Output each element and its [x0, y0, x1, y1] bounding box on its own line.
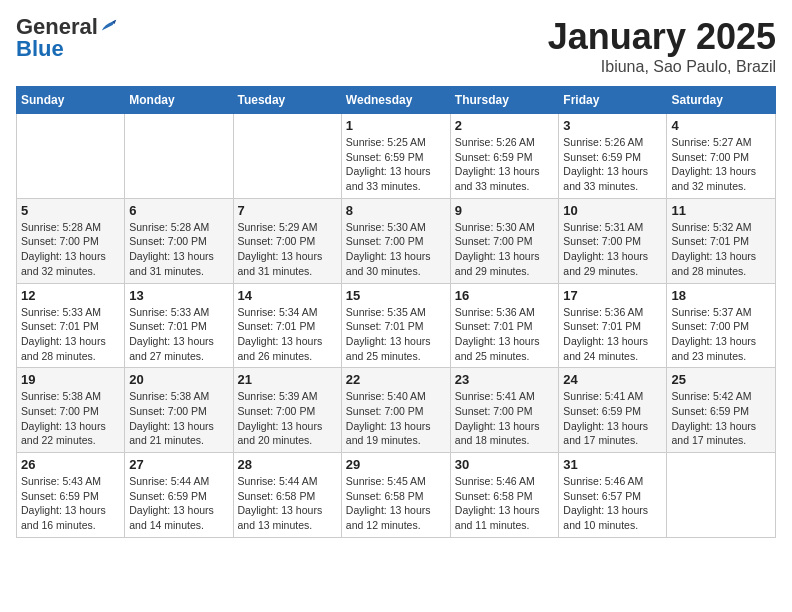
- logo-bird-icon: [100, 17, 118, 35]
- calendar-cell: 23Sunrise: 5:41 AM Sunset: 7:00 PM Dayli…: [450, 368, 559, 453]
- calendar-cell: 21Sunrise: 5:39 AM Sunset: 7:00 PM Dayli…: [233, 368, 341, 453]
- calendar-cell: 7Sunrise: 5:29 AM Sunset: 7:00 PM Daylig…: [233, 198, 341, 283]
- calendar-cell: 28Sunrise: 5:44 AM Sunset: 6:58 PM Dayli…: [233, 453, 341, 538]
- day-info: Sunrise: 5:25 AM Sunset: 6:59 PM Dayligh…: [346, 135, 446, 194]
- calendar-cell: 13Sunrise: 5:33 AM Sunset: 7:01 PM Dayli…: [125, 283, 233, 368]
- day-info: Sunrise: 5:29 AM Sunset: 7:00 PM Dayligh…: [238, 220, 337, 279]
- calendar-subtitle: Ibiuna, Sao Paulo, Brazil: [548, 58, 776, 76]
- day-number: 13: [129, 288, 228, 303]
- day-number: 26: [21, 457, 120, 472]
- day-info: Sunrise: 5:43 AM Sunset: 6:59 PM Dayligh…: [21, 474, 120, 533]
- day-number: 19: [21, 372, 120, 387]
- calendar-cell: 18Sunrise: 5:37 AM Sunset: 7:00 PM Dayli…: [667, 283, 776, 368]
- weekday-header-tuesday: Tuesday: [233, 87, 341, 114]
- logo-blue: Blue: [16, 36, 64, 61]
- day-number: 29: [346, 457, 446, 472]
- day-info: Sunrise: 5:38 AM Sunset: 7:00 PM Dayligh…: [129, 389, 228, 448]
- day-number: 11: [671, 203, 771, 218]
- calendar-title: January 2025: [548, 16, 776, 58]
- calendar-cell: 14Sunrise: 5:34 AM Sunset: 7:01 PM Dayli…: [233, 283, 341, 368]
- day-number: 17: [563, 288, 662, 303]
- day-number: 22: [346, 372, 446, 387]
- day-number: 20: [129, 372, 228, 387]
- calendar-cell: 4Sunrise: 5:27 AM Sunset: 7:00 PM Daylig…: [667, 114, 776, 199]
- calendar-cell: 10Sunrise: 5:31 AM Sunset: 7:00 PM Dayli…: [559, 198, 667, 283]
- day-number: 18: [671, 288, 771, 303]
- calendar-cell: 9Sunrise: 5:30 AM Sunset: 7:00 PM Daylig…: [450, 198, 559, 283]
- weekday-header-wednesday: Wednesday: [341, 87, 450, 114]
- calendar-cell: 16Sunrise: 5:36 AM Sunset: 7:01 PM Dayli…: [450, 283, 559, 368]
- day-info: Sunrise: 5:28 AM Sunset: 7:00 PM Dayligh…: [21, 220, 120, 279]
- day-number: 8: [346, 203, 446, 218]
- day-number: 14: [238, 288, 337, 303]
- day-info: Sunrise: 5:32 AM Sunset: 7:01 PM Dayligh…: [671, 220, 771, 279]
- day-info: Sunrise: 5:30 AM Sunset: 7:00 PM Dayligh…: [346, 220, 446, 279]
- calendar-cell: [125, 114, 233, 199]
- calendar-cell: 2Sunrise: 5:26 AM Sunset: 6:59 PM Daylig…: [450, 114, 559, 199]
- weekday-header-sunday: Sunday: [17, 87, 125, 114]
- calendar-week-row: 1Sunrise: 5:25 AM Sunset: 6:59 PM Daylig…: [17, 114, 776, 199]
- calendar-cell: 1Sunrise: 5:25 AM Sunset: 6:59 PM Daylig…: [341, 114, 450, 199]
- day-number: 4: [671, 118, 771, 133]
- calendar-cell: 25Sunrise: 5:42 AM Sunset: 6:59 PM Dayli…: [667, 368, 776, 453]
- day-info: Sunrise: 5:41 AM Sunset: 6:59 PM Dayligh…: [563, 389, 662, 448]
- day-number: 25: [671, 372, 771, 387]
- day-number: 10: [563, 203, 662, 218]
- calendar-cell: 26Sunrise: 5:43 AM Sunset: 6:59 PM Dayli…: [17, 453, 125, 538]
- day-number: 3: [563, 118, 662, 133]
- day-number: 5: [21, 203, 120, 218]
- calendar-cell: [667, 453, 776, 538]
- calendar-cell: 20Sunrise: 5:38 AM Sunset: 7:00 PM Dayli…: [125, 368, 233, 453]
- day-number: 27: [129, 457, 228, 472]
- weekday-header-monday: Monday: [125, 87, 233, 114]
- calendar-cell: [17, 114, 125, 199]
- calendar-cell: 31Sunrise: 5:46 AM Sunset: 6:57 PM Dayli…: [559, 453, 667, 538]
- calendar-week-row: 26Sunrise: 5:43 AM Sunset: 6:59 PM Dayli…: [17, 453, 776, 538]
- weekday-header-thursday: Thursday: [450, 87, 559, 114]
- day-info: Sunrise: 5:46 AM Sunset: 6:58 PM Dayligh…: [455, 474, 555, 533]
- logo-general: General: [16, 16, 98, 38]
- day-info: Sunrise: 5:45 AM Sunset: 6:58 PM Dayligh…: [346, 474, 446, 533]
- day-number: 7: [238, 203, 337, 218]
- day-number: 30: [455, 457, 555, 472]
- calendar-week-row: 19Sunrise: 5:38 AM Sunset: 7:00 PM Dayli…: [17, 368, 776, 453]
- weekday-header-saturday: Saturday: [667, 87, 776, 114]
- day-number: 21: [238, 372, 337, 387]
- calendar-cell: [233, 114, 341, 199]
- day-info: Sunrise: 5:27 AM Sunset: 7:00 PM Dayligh…: [671, 135, 771, 194]
- day-info: Sunrise: 5:38 AM Sunset: 7:00 PM Dayligh…: [21, 389, 120, 448]
- day-info: Sunrise: 5:28 AM Sunset: 7:00 PM Dayligh…: [129, 220, 228, 279]
- day-info: Sunrise: 5:39 AM Sunset: 7:00 PM Dayligh…: [238, 389, 337, 448]
- day-number: 24: [563, 372, 662, 387]
- day-info: Sunrise: 5:40 AM Sunset: 7:00 PM Dayligh…: [346, 389, 446, 448]
- day-info: Sunrise: 5:34 AM Sunset: 7:01 PM Dayligh…: [238, 305, 337, 364]
- calendar-cell: 5Sunrise: 5:28 AM Sunset: 7:00 PM Daylig…: [17, 198, 125, 283]
- day-number: 1: [346, 118, 446, 133]
- calendar-cell: 22Sunrise: 5:40 AM Sunset: 7:00 PM Dayli…: [341, 368, 450, 453]
- day-info: Sunrise: 5:41 AM Sunset: 7:00 PM Dayligh…: [455, 389, 555, 448]
- calendar-cell: 6Sunrise: 5:28 AM Sunset: 7:00 PM Daylig…: [125, 198, 233, 283]
- weekday-header-friday: Friday: [559, 87, 667, 114]
- day-info: Sunrise: 5:44 AM Sunset: 6:59 PM Dayligh…: [129, 474, 228, 533]
- calendar-cell: 15Sunrise: 5:35 AM Sunset: 7:01 PM Dayli…: [341, 283, 450, 368]
- day-info: Sunrise: 5:36 AM Sunset: 7:01 PM Dayligh…: [563, 305, 662, 364]
- day-info: Sunrise: 5:44 AM Sunset: 6:58 PM Dayligh…: [238, 474, 337, 533]
- calendar-table: SundayMondayTuesdayWednesdayThursdayFrid…: [16, 86, 776, 538]
- logo: General Blue: [16, 16, 118, 60]
- page-header: General Blue January 2025 Ibiuna, Sao Pa…: [16, 16, 776, 76]
- day-number: 28: [238, 457, 337, 472]
- calendar-cell: 19Sunrise: 5:38 AM Sunset: 7:00 PM Dayli…: [17, 368, 125, 453]
- day-number: 2: [455, 118, 555, 133]
- day-info: Sunrise: 5:26 AM Sunset: 6:59 PM Dayligh…: [563, 135, 662, 194]
- day-number: 16: [455, 288, 555, 303]
- day-info: Sunrise: 5:33 AM Sunset: 7:01 PM Dayligh…: [129, 305, 228, 364]
- day-info: Sunrise: 5:42 AM Sunset: 6:59 PM Dayligh…: [671, 389, 771, 448]
- day-info: Sunrise: 5:33 AM Sunset: 7:01 PM Dayligh…: [21, 305, 120, 364]
- day-info: Sunrise: 5:35 AM Sunset: 7:01 PM Dayligh…: [346, 305, 446, 364]
- calendar-cell: 8Sunrise: 5:30 AM Sunset: 7:00 PM Daylig…: [341, 198, 450, 283]
- day-number: 12: [21, 288, 120, 303]
- calendar-cell: 17Sunrise: 5:36 AM Sunset: 7:01 PM Dayli…: [559, 283, 667, 368]
- calendar-week-row: 12Sunrise: 5:33 AM Sunset: 7:01 PM Dayli…: [17, 283, 776, 368]
- calendar-cell: 12Sunrise: 5:33 AM Sunset: 7:01 PM Dayli…: [17, 283, 125, 368]
- day-number: 15: [346, 288, 446, 303]
